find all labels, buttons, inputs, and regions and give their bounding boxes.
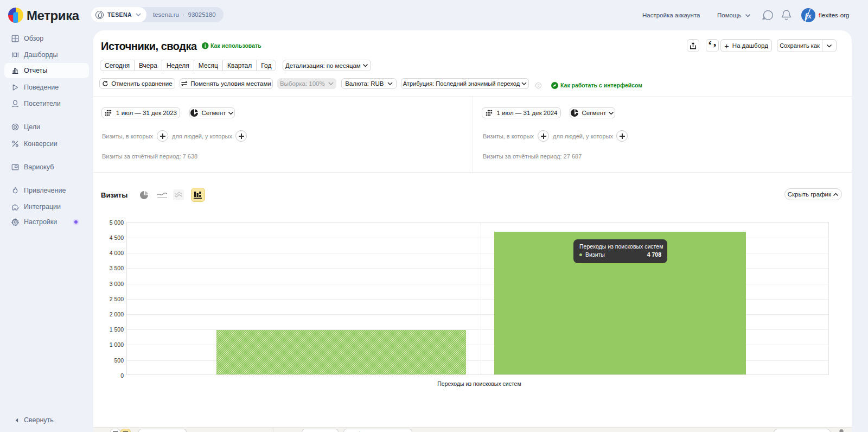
svg-text:fx: fx — [805, 11, 812, 20]
